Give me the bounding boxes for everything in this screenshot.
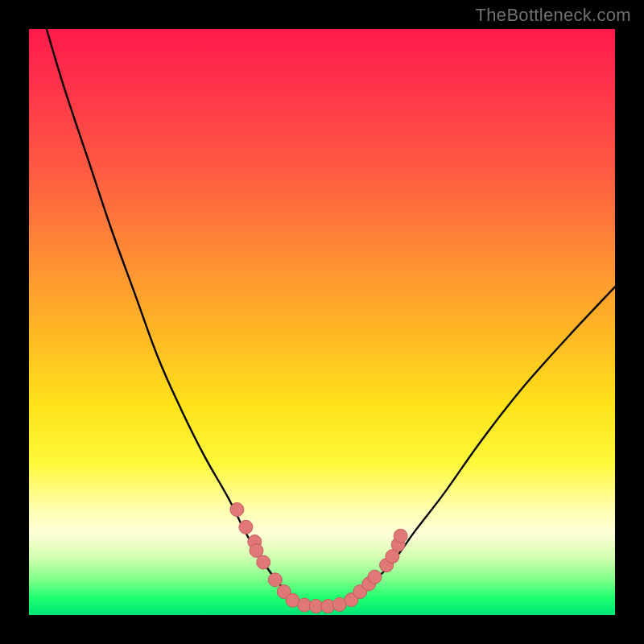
sample-dot xyxy=(239,520,253,534)
sample-dot xyxy=(268,573,282,587)
sample-dot xyxy=(250,543,263,557)
watermark-label: TheBottleneck.com xyxy=(476,5,631,26)
sample-dot xyxy=(394,529,407,543)
sample-dots xyxy=(230,503,407,613)
sample-dot xyxy=(368,570,382,584)
sample-dot xyxy=(257,555,270,569)
chart-frame: TheBottleneck.com xyxy=(0,0,644,644)
bottleneck-curve-svg xyxy=(29,29,615,615)
sample-dot xyxy=(230,503,244,517)
bottleneck-curve xyxy=(47,29,615,607)
plot-area xyxy=(29,29,615,615)
